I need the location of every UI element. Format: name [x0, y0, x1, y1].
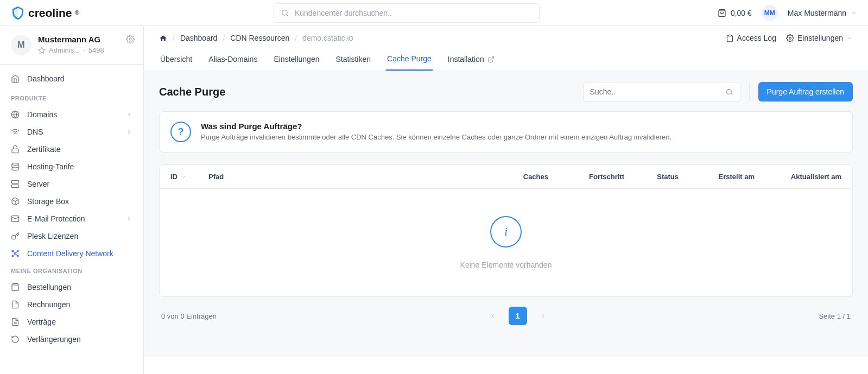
resource-tabs: Übersicht Alias-Domains Einstellungen St… — [144, 42, 868, 71]
sidebar-item-verlaengerungen[interactable]: Verlängerungen — [0, 331, 143, 348]
org-role: Adminis... — [49, 46, 80, 54]
sidebar-item-label: Hosting-Tarife — [27, 162, 74, 171]
sidebar-item-label: Verträge — [27, 318, 56, 326]
chevron-right-icon — [126, 215, 132, 222]
sidebar-item-label: Storage Box — [27, 197, 69, 206]
tab-statistiken[interactable]: Statistiken — [334, 50, 372, 71]
bag-icon — [718, 9, 726, 17]
svg-point-22 — [789, 37, 791, 39]
create-purge-button[interactable]: Purge Auftrag erstellen — [758, 82, 853, 102]
sidebar-item-label: Dashboard — [27, 74, 65, 83]
col-status[interactable]: Status — [624, 173, 679, 181]
sidebar-item-domains[interactable]: Domains — [0, 106, 143, 123]
access-log-button[interactable]: Access Log — [726, 34, 776, 42]
pagination-page-1[interactable]: 1 — [509, 307, 527, 325]
crumb-dashboard[interactable]: Dashboard — [180, 34, 218, 42]
tab-uebersicht[interactable]: Übersicht — [159, 50, 193, 71]
sidebar-item-vertraege[interactable]: Verträge — [0, 313, 143, 331]
tab-installation[interactable]: Installation — [447, 50, 496, 71]
sidebar-item-dashboard[interactable]: Dashboard — [0, 70, 143, 87]
chevron-right-icon — [126, 111, 132, 118]
sidebar-item-cdn[interactable]: Content Delivery Network — [0, 245, 143, 262]
org-name: Mustermann AG — [38, 35, 104, 44]
empty-text: Keine Elemente vorhanden — [160, 261, 852, 269]
svg-line-23 — [490, 56, 493, 60]
sidebar-heading-org: MEINE ORGANISATION — [0, 262, 143, 278]
cart-button[interactable]: 0,00 € — [718, 9, 752, 17]
table-search-input[interactable] — [590, 87, 720, 96]
col-pfad[interactable]: Pfad — [208, 173, 494, 181]
sidebar-item-label: DNS — [27, 128, 43, 136]
sidebar-item-email[interactable]: E-Mail Protection — [0, 210, 143, 227]
home-icon[interactable] — [159, 34, 167, 42]
table-empty-state: i Keine Elemente vorhanden — [160, 189, 852, 296]
pagination-prev[interactable] — [484, 307, 502, 325]
sidebar-item-rechnungen[interactable]: Rechnungen — [0, 296, 143, 313]
col-id[interactable]: ID — [170, 173, 208, 181]
key-icon — [11, 232, 20, 240]
sidebar-item-hosting[interactable]: Hosting-Tarife — [0, 158, 143, 175]
table-search[interactable] — [583, 82, 740, 102]
sidebar-item-label: Rechnungen — [27, 300, 70, 309]
chevron-down-icon — [851, 10, 857, 16]
svg-point-6 — [12, 163, 18, 165]
svg-point-14 — [15, 253, 16, 255]
pagination-info: Seite 1 / 1 — [819, 312, 851, 320]
sidebar-item-dns[interactable]: DNS — [0, 123, 143, 141]
sidebar-item-zertifikate[interactable]: Zertifikate — [0, 141, 143, 158]
sidebar-item-server[interactable]: Server — [0, 175, 143, 193]
server-icon — [11, 180, 20, 188]
org-card[interactable]: M Mustermann AG Adminis... · 5498 — [0, 26, 143, 65]
tab-alias-domains[interactable]: Alias-Domains — [207, 50, 258, 71]
sidebar: M Mustermann AG Adminis... · 5498 Das — [0, 26, 144, 374]
chevron-right-icon — [126, 129, 132, 135]
external-link-icon — [487, 56, 495, 63]
wifi-icon — [11, 128, 20, 136]
global-header: creoline® 0,00 € MM Max Mustermann — [0, 0, 868, 26]
search-icon — [725, 88, 733, 96]
crumb-resources[interactable]: CDN Ressourcen — [230, 34, 289, 42]
callout-title: Was sind Purge Aufträge? — [201, 122, 671, 131]
divider — [749, 83, 750, 101]
tab-einstellungen[interactable]: Einstellungen — [273, 50, 320, 71]
gear-icon — [786, 34, 794, 42]
user-avatar[interactable]: MM — [762, 5, 778, 21]
sidebar-heading-products: PRODUKTE — [0, 90, 143, 106]
svg-point-0 — [282, 10, 287, 15]
svg-point-15 — [12, 250, 14, 252]
cart-total: 0,00 € — [731, 9, 752, 17]
user-menu[interactable]: Max Mustermann — [788, 9, 857, 17]
info-icon: i — [490, 216, 522, 248]
lock-icon — [11, 145, 20, 154]
settings-dropdown[interactable]: Einstellungen — [786, 34, 853, 42]
svg-point-13 — [11, 236, 15, 239]
global-search[interactable] — [274, 3, 540, 23]
col-fortschritt[interactable]: Fortschritt — [548, 173, 624, 181]
file-icon — [11, 300, 20, 309]
sidebar-item-label: Domains — [27, 110, 57, 119]
box-icon — [11, 197, 20, 206]
brand-logo[interactable]: creoline® — [11, 6, 79, 20]
page-title: Cache Purge — [159, 86, 225, 98]
svg-rect-21 — [728, 35, 731, 36]
sidebar-item-storage[interactable]: Storage Box — [0, 193, 143, 210]
breadcrumb: / Dashboard / CDN Ressourcen / demo.csta… — [159, 34, 353, 42]
tab-cache-purge[interactable]: Cache Purge — [386, 50, 433, 71]
sidebar-item-bestellungen[interactable]: Bestellungen — [0, 278, 143, 296]
sidebar-item-label: Verlängerungen — [27, 335, 81, 344]
sidebar-item-label: E-Mail Protection — [27, 214, 85, 223]
info-callout: ? Was sind Purge Aufträge? Purge Aufträg… — [159, 111, 853, 153]
svg-rect-7 — [11, 180, 18, 183]
global-search-input[interactable] — [295, 9, 533, 17]
col-erstellt[interactable]: Erstellt am — [679, 173, 755, 181]
col-aktualisiert[interactable]: Aktualisiert am — [755, 173, 841, 181]
database-icon — [11, 162, 20, 171]
sidebar-item-plesk[interactable]: Plesk Lizenzen — [0, 227, 143, 245]
svg-point-17 — [12, 255, 14, 257]
home-icon — [11, 74, 20, 83]
shopping-bag-icon — [11, 283, 20, 291]
callout-body: Purge Aufträge invalidieren bestimmte od… — [201, 133, 671, 141]
col-caches[interactable]: Caches — [494, 173, 548, 181]
pagination-next[interactable] — [534, 307, 552, 325]
org-settings-icon[interactable] — [126, 35, 135, 43]
